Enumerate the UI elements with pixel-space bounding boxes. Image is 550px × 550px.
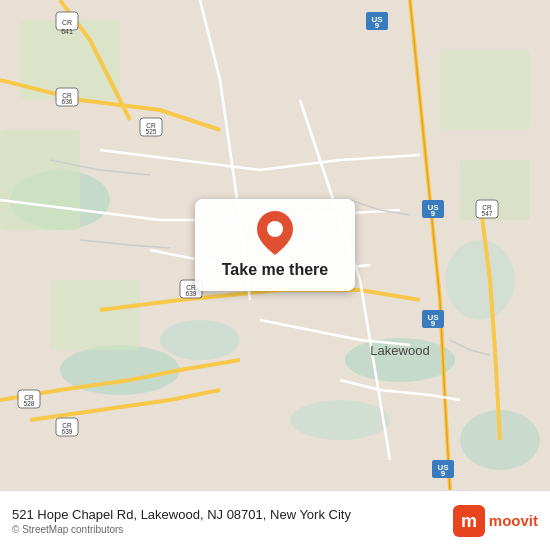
svg-text:525: 525 [146, 128, 157, 135]
svg-text:m: m [461, 511, 477, 531]
svg-text:Lakewood: Lakewood [370, 343, 429, 358]
svg-text:9: 9 [431, 319, 436, 328]
attribution-text: © StreetMap contributors [12, 524, 351, 535]
svg-rect-11 [440, 50, 530, 130]
moovit-icon: m [453, 505, 485, 537]
svg-text:547: 547 [482, 210, 493, 217]
svg-rect-10 [50, 280, 140, 350]
svg-point-5 [445, 240, 515, 320]
address-text: 521 Hope Chapel Rd, Lakewood, NJ 08701, … [12, 507, 351, 522]
location-pin-icon [257, 211, 293, 255]
svg-point-7 [290, 400, 390, 440]
svg-text:636: 636 [62, 98, 73, 105]
map-container: CR 641 US 9 CR 636 CR 528 CR 525 CR 639 … [0, 0, 550, 490]
svg-text:9: 9 [375, 21, 380, 30]
moovit-logo: m moovit [453, 505, 538, 537]
svg-point-47 [267, 221, 283, 237]
footer-bar: 521 Hope Chapel Rd, Lakewood, NJ 08701, … [0, 490, 550, 550]
svg-text:639: 639 [62, 428, 73, 435]
moovit-text: moovit [489, 512, 538, 529]
svg-text:641: 641 [61, 28, 73, 35]
svg-text:639: 639 [186, 290, 197, 297]
svg-text:9: 9 [431, 209, 436, 218]
svg-text:528: 528 [24, 400, 35, 407]
svg-text:CR: CR [62, 19, 72, 26]
svg-text:9: 9 [441, 469, 446, 478]
footer-left: 521 Hope Chapel Rd, Lakewood, NJ 08701, … [12, 507, 351, 535]
take-me-there-button[interactable]: Take me there [195, 199, 355, 291]
svg-point-3 [160, 320, 240, 360]
svg-rect-9 [0, 130, 80, 230]
take-me-there-label: Take me there [222, 261, 328, 279]
